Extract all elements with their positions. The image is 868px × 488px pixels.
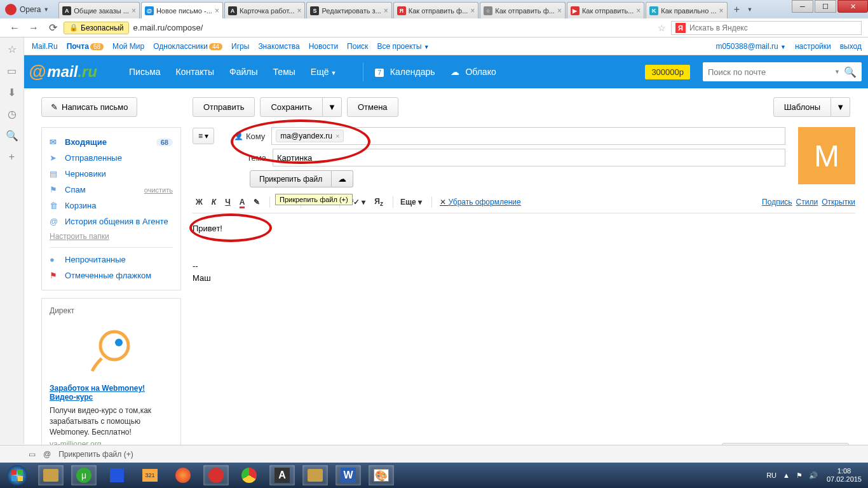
italic-button[interactable]: К xyxy=(208,196,219,208)
forward-button[interactable]: → xyxy=(25,21,42,35)
promo-button[interactable]: 300000р xyxy=(645,65,690,79)
url-input[interactable] xyxy=(133,23,653,32)
taskbar-mpc-icon[interactable]: 321 xyxy=(137,465,163,485)
search-icon[interactable]: 🔍 xyxy=(6,129,18,142)
taskbar-utorrent-icon[interactable]: μ xyxy=(71,465,97,485)
minimize-button[interactable]: ─ xyxy=(792,0,813,13)
templates-dd-button[interactable]: ▼ xyxy=(831,97,850,117)
taskbar-chrome-icon[interactable] xyxy=(236,465,262,485)
compose-button[interactable]: ✎ Написать письмо xyxy=(41,97,137,117)
note-icon[interactable]: ▭ xyxy=(6,64,18,77)
folder-inbox[interactable]: ✉ Входящие 68 xyxy=(42,134,180,150)
browser-tab[interactable]: SРедактировать з...× xyxy=(306,2,391,18)
attach-cloud-button[interactable]: ☁ xyxy=(332,170,353,187)
header-contacts[interactable]: Контакты xyxy=(176,67,214,77)
tab-close-icon[interactable]: × xyxy=(132,6,136,15)
ad-title-link[interactable]: Заработок на Webmoney! Видео-курс xyxy=(50,384,173,402)
status-at-icon[interactable]: @ xyxy=(43,450,51,459)
tab-close-icon[interactable]: × xyxy=(470,6,475,15)
app-menu-dd[interactable]: ▼ xyxy=(43,6,49,13)
header-more[interactable]: Ещё▼ xyxy=(311,67,337,77)
clear-spam-link[interactable]: очистить xyxy=(144,186,173,194)
folder-flagged[interactable]: ⚑ Отмеченные флажком xyxy=(42,268,180,283)
tray-volume-icon[interactable]: 🔊 xyxy=(809,471,818,480)
cards-link[interactable]: Открытки xyxy=(822,198,855,207)
fields-menu-button[interactable]: ≡ ▾ xyxy=(193,128,214,144)
tray-up-icon[interactable]: ▲ xyxy=(783,471,790,479)
search-dd-icon[interactable]: ▼ xyxy=(834,69,840,75)
cancel-button[interactable]: Отмена xyxy=(347,97,398,117)
back-button[interactable]: ← xyxy=(6,21,23,35)
browser-tab[interactable]: @Новое письмо -...× xyxy=(141,2,223,18)
taskbar-app-a-icon[interactable]: A xyxy=(269,465,295,485)
to-input[interactable]: ma@yandex.ru × xyxy=(271,127,785,145)
folder-trash[interactable]: 🗑 Корзина xyxy=(42,198,180,214)
yandex-search-input[interactable] xyxy=(689,24,857,32)
logout-link[interactable]: выход xyxy=(840,42,862,51)
tab-close-icon[interactable]: × xyxy=(636,6,641,15)
taskbar-paint-icon[interactable]: 🎨 xyxy=(369,465,394,485)
topnav-mailru[interactable]: Mail.Ru xyxy=(32,42,58,51)
status-attach[interactable]: Прикрепить файл (+) xyxy=(58,450,133,459)
search-icon[interactable]: 🔍 xyxy=(844,66,857,78)
more-tools-button[interactable]: Еще ▾ xyxy=(397,196,425,208)
styles-link[interactable]: Стили xyxy=(796,198,818,207)
folder-settings-link[interactable]: Настроить папки xyxy=(42,229,180,243)
browser-tab[interactable]: ▶Как отправить...× xyxy=(567,2,644,18)
remove-formatting-link[interactable]: ✕ Убрать оформление xyxy=(440,198,521,207)
subject-input[interactable] xyxy=(273,149,785,166)
header-cloud[interactable]: ☁ Облако xyxy=(451,67,496,77)
browser-tab[interactable]: ○Как отправить ф...× xyxy=(480,2,566,18)
status-box-icon[interactable]: ▭ xyxy=(29,450,36,459)
tab-close-icon[interactable]: × xyxy=(557,6,562,15)
folder-drafts[interactable]: ▤ Черновики xyxy=(42,166,180,182)
maximize-button[interactable]: ☐ xyxy=(815,0,836,13)
tab-close-icon[interactable]: × xyxy=(215,6,219,15)
taskbar-explorer-icon[interactable] xyxy=(38,465,64,485)
add-panel-icon[interactable]: + xyxy=(6,151,18,163)
tab-close-icon[interactable]: × xyxy=(719,6,723,15)
translit-button[interactable]: Яz xyxy=(371,195,386,209)
header-calendar[interactable]: 7 Календарь xyxy=(375,67,435,77)
user-email[interactable]: m050388@mail.ru ▼ xyxy=(715,42,786,51)
topnav-news[interactable]: Новости xyxy=(309,42,338,51)
save-dd-button[interactable]: ▼ xyxy=(323,97,342,117)
tray-flag-icon[interactable]: ⚑ xyxy=(796,471,803,480)
download-icon[interactable]: ⬇ xyxy=(6,86,18,98)
new-tab-button[interactable]: + xyxy=(731,3,743,16)
topnav-games[interactable]: Игры xyxy=(231,42,249,51)
topnav-mail[interactable]: Почта68 xyxy=(67,42,104,51)
browser-tab[interactable]: KКак правильно ...× xyxy=(646,2,727,18)
folder-sent[interactable]: ➤ Отправленные xyxy=(42,150,180,166)
signature-link[interactable]: Подпись xyxy=(762,198,792,207)
browser-tab[interactable]: AКарточка работ...× xyxy=(224,2,306,18)
browser-tab[interactable]: AОбщие заказы ...× xyxy=(58,2,140,18)
text-color-button[interactable]: А xyxy=(236,196,248,208)
folder-unread[interactable]: ● Непрочитанные xyxy=(42,252,180,268)
folder-spam[interactable]: ⚑ Спам очистить xyxy=(42,182,180,198)
save-button[interactable]: Сохранить xyxy=(260,97,323,117)
bookmark-icon[interactable]: ☆ xyxy=(658,23,666,33)
send-button[interactable]: Отправить xyxy=(193,97,255,117)
close-button[interactable]: ✕ xyxy=(837,0,868,13)
bold-button[interactable]: Ж xyxy=(193,196,206,208)
taskbar-word-icon[interactable]: W xyxy=(336,465,361,485)
topnav-projects[interactable]: Все проекты ▼ xyxy=(377,42,429,51)
taskbar-folder-icon[interactable] xyxy=(302,465,328,485)
recipient-chip[interactable]: ma@yandex.ru × xyxy=(276,130,344,142)
underline-button[interactable]: Ч xyxy=(222,196,233,208)
topnav-search[interactable]: Поиск xyxy=(347,42,368,51)
attach-file-button[interactable]: Прикрепить файл xyxy=(250,170,332,187)
tab-close-icon[interactable]: × xyxy=(384,6,388,15)
topnav-dating[interactable]: Знакомства xyxy=(258,42,299,51)
remove-recipient-icon[interactable]: × xyxy=(336,132,339,140)
header-letters[interactable]: Письма xyxy=(129,67,161,77)
browser-tab[interactable]: ЯКак отправить ф...× xyxy=(393,2,479,18)
topnav-ok[interactable]: Одноклассники44 xyxy=(153,42,222,51)
star-icon[interactable]: ☆ xyxy=(6,43,18,55)
folder-agent-history[interactable]: @ История общения в Агенте xyxy=(42,214,180,229)
topnav-moymir[interactable]: Мой Мир xyxy=(112,42,144,51)
email-body-editor[interactable]: Привет! -- Маш xyxy=(193,219,855,346)
ad-image[interactable] xyxy=(73,320,149,377)
settings-link[interactable]: настройки xyxy=(795,42,831,51)
